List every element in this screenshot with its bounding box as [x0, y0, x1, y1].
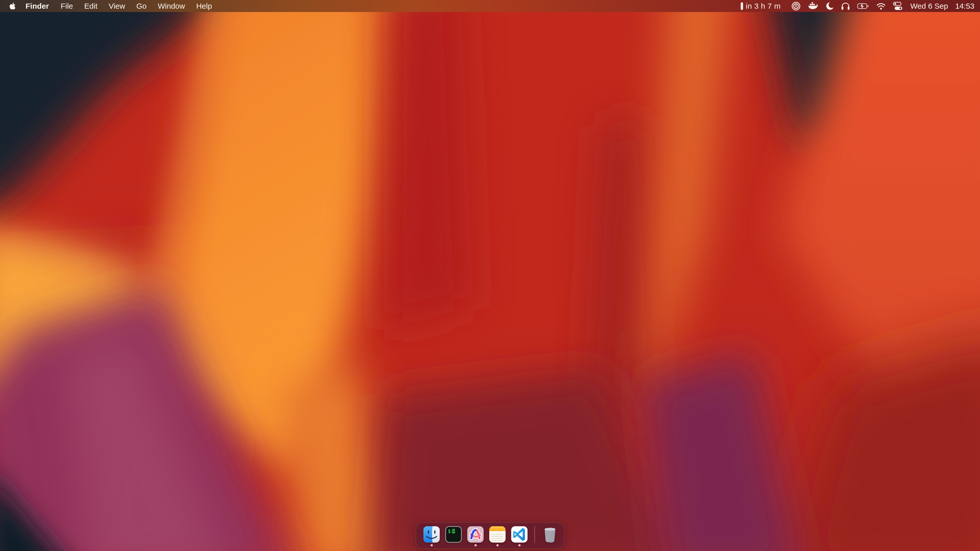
menu-item-edit[interactable]: Edit [79, 0, 103, 12]
arc-browser-icon [467, 526, 484, 543]
timer-status[interactable] [737, 0, 745, 12]
clock-date: Wed 6 Sep [906, 2, 952, 11]
control-center-status[interactable] [889, 0, 906, 12]
menu-bar-clock[interactable]: Wed 6 Sep 14:53 [906, 2, 974, 11]
control-center-icon [893, 2, 903, 11]
menu-item-help[interactable]: Help [191, 0, 218, 12]
notes-icon [489, 526, 506, 543]
menu-item-window[interactable]: Window [152, 0, 191, 12]
clock-time: 14:53 [952, 2, 974, 11]
apple-menu[interactable] [9, 2, 16, 10]
1password-status[interactable] [788, 0, 804, 12]
menu-item-file[interactable]: File [55, 0, 79, 12]
headphones-status[interactable] [837, 0, 854, 12]
running-indicator [518, 544, 520, 546]
dock-panel: $ [416, 522, 564, 549]
menu-item-go[interactable]: Go [130, 0, 152, 12]
menu-item-view[interactable]: View [103, 0, 130, 12]
desktop-wallpaper [0, 0, 980, 551]
docker-status[interactable] [804, 0, 821, 12]
dock-separator [535, 526, 535, 543]
headphones-icon [841, 2, 850, 11]
dock: $ [0, 522, 980, 549]
running-indicator [431, 544, 433, 546]
running-indicator [496, 544, 499, 546]
dock-item-terminal[interactable]: $ [445, 526, 462, 546]
svg-text:$: $ [448, 528, 451, 534]
apple-logo-icon [9, 2, 16, 10]
timer-label[interactable]: in 3 h 7 m [745, 0, 784, 12]
docker-icon [808, 2, 818, 11]
dock-item-vscode[interactable] [511, 526, 528, 546]
focus-moon-icon [825, 2, 834, 11]
trash-icon [542, 526, 558, 543]
wifi-status[interactable] [873, 0, 889, 12]
menu-bar-status: in 3 h 7 m [737, 0, 980, 12]
vscode-icon [511, 526, 528, 543]
dock-item-finder[interactable] [423, 526, 440, 546]
battery-status[interactable] [854, 0, 873, 12]
running-indicator [474, 544, 477, 546]
battery-charging-icon [857, 2, 869, 10]
menu-bar: Finder File Edit View Go Window Help in … [0, 0, 980, 12]
focus-status[interactable] [821, 0, 837, 12]
dock-item-notes[interactable] [489, 526, 506, 546]
menu-item-finder[interactable]: Finder [19, 0, 55, 12]
timer-pill-icon [741, 2, 743, 10]
1password-icon [791, 2, 800, 11]
menu-bar-left: Finder File Edit View Go Window Help [0, 0, 218, 12]
desktop: Finder File Edit View Go Window Help in … [0, 0, 980, 551]
wifi-icon [876, 2, 886, 10]
terminal-icon: $ [445, 526, 462, 543]
finder-icon [423, 526, 440, 543]
dock-item-trash[interactable] [542, 526, 558, 546]
dock-item-arc[interactable] [467, 526, 484, 546]
